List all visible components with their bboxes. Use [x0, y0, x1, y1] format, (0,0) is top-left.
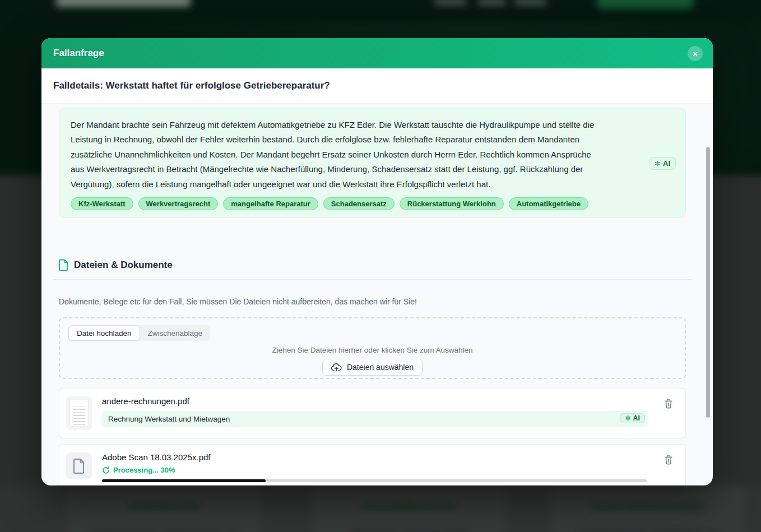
tag-mangelhafte-reparatur[interactable]: mangelhafte Reparatur [223, 197, 318, 210]
modal-scrollbar[interactable] [706, 147, 710, 418]
file-icon [66, 452, 92, 479]
case-summary-card: Der Mandant brachte sein Fahrzeug mit de… [59, 108, 686, 218]
file-name: Adobe Scan 18.03.2025x.pdf [102, 452, 678, 462]
file-description-box: Rechnung Werkstatt und Mietwagen ✻ AI [102, 411, 648, 427]
upload-dropzone[interactable]: Datei hochladen Zwischenablage Ziehen Si… [59, 317, 686, 379]
files-section-header: Dateien & Dokumente [59, 259, 686, 271]
progress-bar [102, 479, 647, 482]
file-name: andere-rechnungen.pdf [102, 396, 678, 406]
file-outline-icon [73, 458, 85, 474]
case-tags: Kfz-Werkstatt Werkvertragsrecht mangelha… [71, 197, 601, 210]
delete-file-button[interactable] [663, 454, 674, 468]
pdf-thumbnail [66, 396, 92, 430]
tag-rueckerstattung-werklohn[interactable]: Rückerstattung Werklohn [400, 197, 504, 210]
modal-title: Fallanfrage [53, 48, 104, 59]
file-card-adobe-scan: Adobe Scan 18.03.2025x.pdf Processing...… [59, 444, 686, 485]
document-icon [59, 259, 68, 271]
ai-badge: ✻ AI [649, 157, 676, 170]
trash-icon [664, 399, 673, 409]
select-files-button[interactable]: Dateien auswählen [322, 359, 423, 376]
files-description: Dokumente, Belege etc für den Fall, Sie … [59, 297, 686, 306]
case-title: Falldetails: Werkstatt haftet für erfolg… [53, 80, 330, 91]
modal-header: Fallanfrage × [41, 38, 713, 68]
sparkle-icon: ✻ [655, 160, 660, 168]
sync-icon [102, 466, 110, 474]
cloud-upload-icon [331, 363, 342, 372]
fallanfrage-modal: Fallanfrage × Falldetails: Werkstatt haf… [41, 38, 713, 485]
processing-status: Processing... 30% [102, 466, 678, 474]
tag-automatikgetriebe[interactable]: Automatikgetriebe [509, 197, 588, 210]
tab-datei-hochladen[interactable]: Datei hochladen [68, 325, 140, 341]
progress-bar-fill [102, 479, 266, 482]
upload-tabs: Datei hochladen Zwischenablage [68, 325, 210, 341]
close-icon: × [693, 46, 698, 61]
file-card-andere-rechnungen: andere-rechnungen.pdf Rechnung Werkstatt… [59, 388, 686, 438]
delete-file-button[interactable] [663, 397, 674, 411]
trash-icon [664, 455, 673, 465]
sparkle-icon: ✻ [625, 414, 630, 422]
modal-body: Der Mandant brachte sein Fahrzeug mit de… [41, 104, 713, 485]
tag-kfz-werkstatt[interactable]: Kfz-Werkstatt [71, 197, 133, 210]
section-divider [53, 279, 692, 280]
tab-zwischenablage[interactable]: Zwischenablage [140, 325, 211, 341]
case-summary-text: Der Mandant brachte sein Fahrzeug mit de… [71, 118, 601, 192]
close-button[interactable]: × [688, 46, 703, 61]
files-section-title: Dateien & Dokumente [74, 260, 173, 271]
ai-badge: ✻ AI [620, 413, 645, 423]
dropzone-hint: Ziehen Sie Dateien hierher oder klicken … [68, 346, 676, 354]
case-title-bar: Falldetails: Werkstatt haftet für erfolg… [41, 68, 713, 104]
tag-schadensersatz[interactable]: Schadensersatz [323, 197, 395, 210]
tag-werkvertragsrecht[interactable]: Werkvertragsrecht [138, 197, 219, 210]
